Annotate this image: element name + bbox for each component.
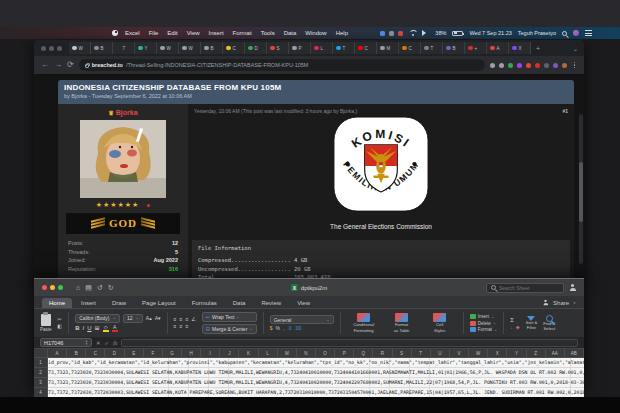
column-header[interactable]: G	[163, 349, 182, 357]
ribbon-tab[interactable]: Data	[226, 298, 253, 308]
column-header[interactable]: J	[220, 349, 239, 357]
ribbon-tab[interactable]: Home	[42, 298, 72, 308]
align-center-button[interactable]: ≡	[179, 324, 182, 329]
browser-tab[interactable]: D	[245, 42, 267, 54]
column-header[interactable]: P	[335, 349, 354, 357]
share-label[interactable]: Share	[553, 300, 569, 306]
close-window-button[interactable]	[41, 46, 46, 51]
cut-icon[interactable]: ✂	[58, 317, 63, 322]
volume-icon[interactable]	[422, 30, 429, 36]
report-dot-icon[interactable]	[147, 204, 150, 207]
cells-button[interactable]: Delete ⌄	[470, 321, 498, 326]
sheet-search-box[interactable]	[486, 283, 564, 293]
home-icon[interactable]: ⌂	[76, 284, 80, 291]
column-header[interactable]: A	[48, 349, 67, 357]
sheet-row[interactable]: 3 73,7323,7323030,7323030004,SULAWESI SE…	[34, 378, 584, 388]
align-left-button[interactable]: ≡	[174, 324, 177, 329]
browser-tab[interactable]: B	[91, 42, 113, 54]
browser-tab[interactable]: Y	[135, 42, 157, 54]
paste-button[interactable]: Paste	[40, 314, 52, 332]
browser-tab[interactable]: B	[201, 42, 223, 54]
column-header[interactable]: F	[144, 349, 163, 357]
menubar-item[interactable]: Tools	[261, 30, 275, 36]
font-size-select[interactable]: 12⌄	[123, 314, 143, 323]
shrink-font-button[interactable]: A▾	[155, 316, 161, 321]
control-center-icon[interactable]	[585, 30, 592, 36]
select-all-corner[interactable]	[34, 349, 48, 357]
column-header[interactable]: K	[239, 349, 258, 357]
search-input[interactable]	[499, 285, 559, 291]
wrap-text-button[interactable]: ↩Wrap Text⌄	[202, 312, 257, 322]
underline-button[interactable]: U	[87, 325, 91, 331]
save-icon[interactable]: ▤	[85, 284, 92, 291]
row-number[interactable]: 3	[34, 378, 48, 388]
browser-tab[interactable]: W	[157, 42, 179, 54]
menubar-item[interactable]: Insert	[209, 30, 224, 36]
status-app-icon[interactable]	[380, 31, 385, 36]
font-name-select[interactable]: Calibri (Body)⌄	[75, 314, 120, 323]
menubar-item[interactable]: Help	[336, 30, 348, 36]
extension-icon[interactable]	[535, 63, 540, 68]
column-header[interactable]: B	[67, 349, 86, 357]
collapse-ribbon-icon[interactable]: ∧	[573, 301, 576, 305]
merge-center-button[interactable]: ⊟Merge & Center⌄	[202, 324, 257, 334]
column-header[interactable]: T	[412, 349, 431, 357]
row-cells-text[interactable]: id_prov,"id_kab","id_kecamatan","id_kelu…	[48, 358, 584, 368]
row-cells-text[interactable]: 73,7323,7323030,7323030004,SULAWESI SELA…	[48, 378, 584, 388]
ribbon-tab[interactable]: Formulas	[185, 298, 224, 308]
column-header[interactable]: U	[431, 349, 450, 357]
fill-color-button[interactable]: ◇	[103, 325, 109, 332]
browser-tab[interactable]: S	[267, 42, 289, 54]
cancel-icon[interactable]: ✕	[96, 340, 101, 346]
cells-button[interactable]: Format ⌄	[470, 327, 498, 332]
decrease-decimal-button[interactable]: .00	[294, 326, 301, 331]
ribbon-tab[interactable]: Page Layout	[135, 298, 183, 308]
extension-icon[interactable]	[490, 63, 495, 68]
extension-icon[interactable]	[526, 63, 531, 68]
undo-icon[interactable]: ↺	[97, 284, 103, 291]
apple-menu-icon[interactable]	[112, 30, 118, 36]
style-big-button[interactable]: Format as Table	[385, 313, 419, 334]
comma-style-button[interactable]: ,	[283, 326, 284, 331]
column-header[interactable]: Z	[527, 349, 546, 357]
redo-icon[interactable]: ↻	[108, 284, 114, 291]
user-avatar-icon[interactable]	[573, 30, 579, 36]
close-window-button[interactable]	[42, 285, 47, 290]
menubar-item[interactable]: Window	[305, 30, 326, 36]
autosum-button[interactable]: Σ	[510, 317, 519, 323]
extension-icon[interactable]	[544, 63, 549, 68]
browser-tab[interactable]: 7	[113, 42, 135, 54]
browser-tab[interactable]: +	[465, 42, 487, 54]
menubar-item[interactable]: Data	[284, 30, 297, 36]
address-bar[interactable]: breached.to/Thread-Selling-INDONESIA-CIT…	[79, 59, 485, 71]
cells-button[interactable]: Insert ⌄	[470, 314, 498, 319]
row-number[interactable]: 1	[34, 358, 48, 368]
column-header[interactable]: I	[201, 349, 220, 357]
italic-button[interactable]: I	[83, 325, 85, 331]
browser-tab[interactable]: M	[377, 42, 399, 54]
ribbon-tab[interactable]: Draw	[105, 298, 133, 308]
column-header[interactable]: AB	[565, 349, 584, 357]
increase-decimal-button[interactable]: .0	[287, 326, 291, 331]
name-box[interactable]: H17046 ▲▼	[40, 338, 92, 347]
ribbon-tab[interactable]: Insert	[74, 298, 103, 308]
browser-tab[interactable]: P	[289, 42, 311, 54]
column-header[interactable]: X	[488, 349, 507, 357]
menubar-item[interactable]: Edit	[167, 30, 177, 36]
tab-overflow-chevron-icon[interactable]: ⌄	[573, 45, 578, 52]
wifi-icon[interactable]	[409, 30, 416, 36]
enter-icon[interactable]: ✓	[105, 340, 110, 346]
menubar-item[interactable]: View	[187, 30, 200, 36]
percent-style-button[interactable]: %	[275, 326, 279, 331]
share-person-icon[interactable]	[569, 284, 576, 291]
align-right-button[interactable]: ≡	[185, 324, 188, 329]
browser-tab[interactable]: L	[311, 42, 333, 54]
menubar-item[interactable]: Excel	[125, 30, 140, 36]
zoom-window-button[interactable]	[57, 46, 62, 51]
reload-button[interactable]: ⟳	[67, 61, 74, 69]
minimize-window-button[interactable]	[49, 46, 54, 51]
column-header[interactable]: V	[450, 349, 469, 357]
clear-button[interactable]: ◈	[516, 325, 520, 330]
minimize-window-button[interactable]	[50, 285, 55, 290]
menubar-clock[interactable]: Wed 7 Sep 21.23	[469, 30, 511, 36]
